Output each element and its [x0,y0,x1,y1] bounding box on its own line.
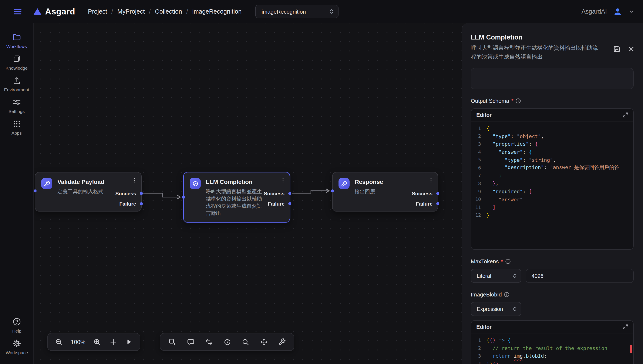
max-tokens-label: MaxTokens * [471,258,634,264]
output-label-failure: Failure [268,201,285,207]
breadcrumb-separator: / [149,8,151,15]
comment-button[interactable] [187,338,195,346]
field-label-text: Output Schema [471,98,509,104]
user-avatar-icon[interactable] [612,6,623,17]
sidebar-item-help[interactable]: Help [1,317,33,334]
node-subtitle: 呼叫大型語言模型並產生結構化的資料輸出以輔助流程的決策或生成自然語言輸出 [206,188,263,217]
breadcrumb-collection[interactable]: Collection [155,8,182,15]
expression-editor: Editor 1(() => {2 // return the result o… [471,320,634,364]
app-logo[interactable]: Asgard [33,6,75,16]
sidebar-item-knowledge[interactable]: Knowledge [1,54,32,70]
image-blob-id-label: ImageBlobId [471,291,634,298]
breadcrumb-project[interactable]: Project [88,8,107,15]
close-button[interactable] [628,46,634,53]
sidebar-item-label: Workflows [6,44,27,49]
workflow-select[interactable]: imageRecognition [255,5,338,18]
sidebar-item-environment[interactable]: Environment [1,76,32,92]
expand-icon[interactable] [622,112,628,118]
chevron-down-icon[interactable] [628,8,634,14]
zoom-out-button[interactable] [55,338,63,346]
chevron-updown-icon [329,8,334,14]
sidebar-item-apps[interactable]: Apps [1,119,32,136]
info-icon[interactable] [505,259,511,264]
error-marker [629,345,632,353]
sidebar-item-workspace[interactable]: Workspace [1,339,33,355]
code-area[interactable]: 1(() => {2 // return the result of the e… [471,334,633,364]
folder-icon [12,33,21,42]
sidebar-item-label: Workspace [6,350,28,355]
max-tokens-row: Literal [471,269,634,283]
menu-icon[interactable] [13,6,23,16]
move-icon [260,338,268,346]
run-button[interactable] [125,338,133,346]
output-label-success: Success [264,191,285,197]
info-icon[interactable] [516,98,521,104]
sidebar: Workflows Knowledge Environment Settings… [0,23,34,364]
save-button[interactable] [613,46,620,53]
image-blob-id-mode-select[interactable]: Expression [471,302,521,316]
zoom-level: 100% [71,339,86,345]
input-port[interactable] [331,190,334,192]
node-validate-payload[interactable]: Validate Payload 定義工具的輸入格式 Success Failu… [35,172,142,212]
sliders-icon [12,98,21,106]
sidebar-item-workflows[interactable]: Workflows [1,33,32,49]
logo-text: Asgard [45,6,75,16]
node-title: LLM Completion [206,178,252,185]
required-mark: * [511,98,514,104]
inspector-description: 呼叫大型語言模型並產生結構化的資料輸出以輔助流程的決策或生成自然語言輸出 [471,44,599,61]
failure-port[interactable] [140,202,143,205]
canvas-tools-toolbar [160,333,294,351]
field-label-text: MaxTokens [471,258,499,264]
wrench-icon [41,178,52,189]
input-port[interactable] [182,196,185,199]
zoom-in-button[interactable] [93,338,101,346]
input-port[interactable] [34,190,37,192]
max-tokens-mode-select[interactable]: Literal [471,269,521,283]
output-label-failure: Failure [119,201,136,207]
node-response[interactable]: Response 輸出回應 Success Failure [332,172,438,212]
failure-port[interactable] [288,202,291,205]
node-llm-completion[interactable]: LLM Completion 呼叫大型語言模型並產生結構化的資料輸出以輔助流程的… [183,172,290,222]
sidebar-item-label: Environment [4,87,29,92]
output-label-failure: Failure [416,201,433,207]
top-nav: Asgard Project / MyProject / Collection … [0,0,643,23]
swap-arrows-icon [205,338,213,346]
expand-icon[interactable] [622,324,628,330]
sidebar-item-settings[interactable]: Settings [1,98,32,114]
node-menu-icon[interactable] [131,177,138,184]
node-menu-icon[interactable] [428,177,434,184]
node-title: Validate Payload [57,178,104,185]
output-schema-editor: Editor 1{2 "type": "object",3 "propertie… [471,108,634,250]
editor-header: Editor [471,321,633,334]
max-tokens-input[interactable] [526,269,634,283]
clipped-field[interactable] [471,68,634,89]
rerun-button[interactable] [223,338,231,346]
success-port[interactable] [140,192,143,195]
ai-circle-arrow-icon [190,178,201,189]
fit-view-button[interactable] [260,338,268,346]
failure-port[interactable] [436,202,439,205]
breadcrumb-separator: / [186,8,188,15]
account-label: AsgardAI [581,8,607,15]
search-button[interactable] [242,338,250,346]
add-button[interactable] [109,338,117,346]
chevron-updown-icon [512,306,517,312]
field-label-text: ImageBlobId [471,291,502,298]
success-port[interactable] [436,192,439,195]
sidebar-item-label: Settings [9,109,25,114]
breadcrumb-imagerecognition[interactable]: imageRecognition [192,8,242,15]
editor-header: Editor [471,109,633,122]
breadcrumb-myproject[interactable]: MyProject [117,8,145,15]
chevron-updown-icon [512,273,517,279]
node-menu-icon[interactable] [280,177,286,184]
info-icon[interactable] [504,292,509,297]
swap-connections-button[interactable] [205,338,213,346]
search-icon [242,338,250,346]
rotate-target-icon [223,338,231,346]
add-node-button[interactable] [168,338,176,346]
tools-button[interactable] [278,338,286,346]
comment-icon [187,338,195,346]
code-area[interactable]: 1{2 "type": "object",3 "properties": {4 … [471,122,633,249]
frame-plus-icon [168,338,176,346]
success-port[interactable] [288,192,291,195]
